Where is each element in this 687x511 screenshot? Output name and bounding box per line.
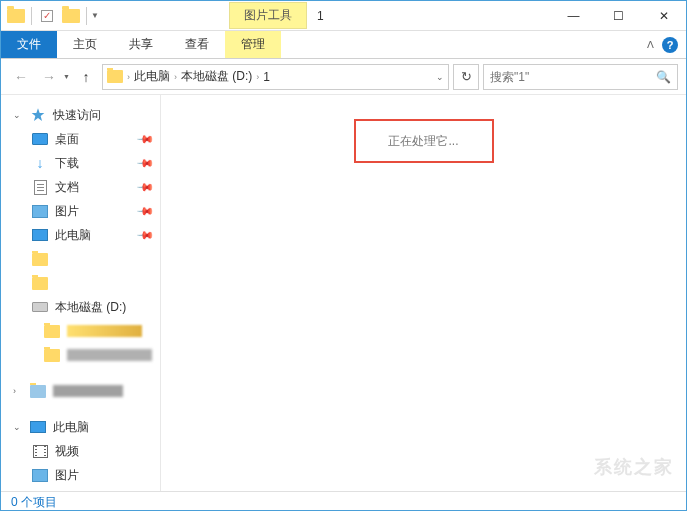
sidebar-item-local-disk[interactable]: 本地磁盘 (D:) <box>1 295 160 319</box>
sidebar-item-folder[interactable] <box>1 271 160 295</box>
sidebar-item-downloads[interactable]: ↓ 下载 📌 <box>1 151 160 175</box>
properties-checkbox-icon[interactable]: ✓ <box>36 5 58 27</box>
context-tab-label: 图片工具 <box>229 2 307 29</box>
picture-icon <box>31 203 49 219</box>
tab-view[interactable]: 查看 <box>169 31 225 58</box>
titlebar: ✓ ▼ 图片工具 1 — ☐ ✕ <box>1 1 686 31</box>
document-icon <box>31 179 49 195</box>
tree-label: 视频 <box>55 443 79 460</box>
processing-text: 正在处理它... <box>388 133 458 150</box>
pc-icon <box>29 419 47 435</box>
folder-icon <box>31 275 49 291</box>
sidebar-item-folder[interactable] <box>1 319 160 343</box>
folder-icon <box>43 347 61 363</box>
tree-label: 文档 <box>55 179 79 196</box>
chevron-right-icon[interactable]: › <box>127 72 130 82</box>
refresh-button[interactable]: ↻ <box>453 64 479 90</box>
help-icon[interactable]: ? <box>662 37 678 53</box>
quick-access-toolbar: ✓ ▼ <box>1 5 99 27</box>
breadcrumb-segment[interactable]: 1 <box>263 70 270 84</box>
address-dropdown-icon[interactable]: ⌄ <box>436 72 444 82</box>
status-bar: 0 个项目 <box>1 491 686 511</box>
star-icon <box>29 107 47 123</box>
maximize-button[interactable]: ☐ <box>596 1 641 30</box>
tree-label: 此电脑 <box>53 419 89 436</box>
watermark: 系统之家 <box>594 455 674 479</box>
expand-icon[interactable]: › <box>13 386 23 396</box>
folder-icon <box>31 251 49 267</box>
chevron-right-icon[interactable]: › <box>256 72 259 82</box>
chevron-right-icon[interactable]: › <box>174 72 177 82</box>
search-input[interactable] <box>490 70 656 84</box>
processing-message: 正在处理它... <box>354 119 494 163</box>
download-icon: ↓ <box>31 155 49 171</box>
breadcrumb-segment[interactable]: 此电脑 <box>134 68 170 85</box>
breadcrumb-segment[interactable]: 本地磁盘 (D:) <box>181 68 252 85</box>
search-box[interactable]: 🔍 <box>483 64 678 90</box>
sidebar-item-blurred[interactable]: › <box>1 379 160 403</box>
search-icon[interactable]: 🔍 <box>656 70 671 84</box>
sidebar-item-documents[interactable]: 文档 <box>1 487 160 491</box>
sidebar-item-documents[interactable]: 文档 📌 <box>1 175 160 199</box>
tab-share[interactable]: 共享 <box>113 31 169 58</box>
sidebar-item-videos[interactable]: 视频 <box>1 439 160 463</box>
pin-icon: 📌 <box>135 201 154 220</box>
folder-icon <box>107 70 123 83</box>
minimize-button[interactable]: — <box>551 1 596 30</box>
tab-manage[interactable]: 管理 <box>225 31 281 58</box>
expand-icon[interactable]: ⌄ <box>13 110 23 120</box>
sidebar-item-folder[interactable] <box>1 247 160 271</box>
ribbon-tabs: 文件 主页 共享 查看 管理 ᐱ ? <box>1 31 686 59</box>
pin-icon: 📌 <box>135 225 154 244</box>
sidebar-item-desktop[interactable]: 桌面 📌 <box>1 127 160 151</box>
video-icon <box>31 443 49 459</box>
window-title: 1 <box>317 9 324 23</box>
navigation-pane[interactable]: ⌄ 快速访问 桌面 📌 ↓ 下载 📌 文档 📌 图片 📌 此电脑 📌 <box>1 95 161 491</box>
tree-label: 快速访问 <box>53 107 101 124</box>
pin-icon: 📌 <box>135 129 154 148</box>
window-controls: — ☐ ✕ <box>551 1 686 30</box>
sidebar-item-quick-access[interactable]: ⌄ 快速访问 <box>1 103 160 127</box>
tree-label: 下载 <box>55 155 79 172</box>
blurred-label <box>53 385 123 397</box>
pin-icon: 📌 <box>135 153 154 172</box>
tree-label: 本地磁盘 (D:) <box>55 299 126 316</box>
tree-label: 图片 <box>55 203 79 220</box>
folder-icon <box>43 323 61 339</box>
blurred-label <box>67 349 152 361</box>
sidebar-item-pictures[interactable]: 图片 📌 <box>1 199 160 223</box>
item-count: 0 个项目 <box>11 494 57 511</box>
history-dropdown-icon[interactable]: ▼ <box>63 73 70 80</box>
picture-icon <box>31 467 49 483</box>
new-folder-icon[interactable] <box>60 5 82 27</box>
tab-file[interactable]: 文件 <box>1 31 57 58</box>
sidebar-item-folder[interactable] <box>1 343 160 367</box>
back-button[interactable]: ← <box>9 65 33 89</box>
navigation-bar: ← → ▼ ↑ › 此电脑 › 本地磁盘 (D:) › 1 ⌄ ↻ 🔍 <box>1 59 686 95</box>
tree-label: 桌面 <box>55 131 79 148</box>
sidebar-item-pictures[interactable]: 图片 <box>1 463 160 487</box>
expand-icon[interactable]: ⌄ <box>13 422 23 432</box>
pin-icon: 📌 <box>135 177 154 196</box>
main-area: ⌄ 快速访问 桌面 📌 ↓ 下载 📌 文档 📌 图片 📌 此电脑 📌 <box>1 95 686 491</box>
drive-icon <box>31 299 49 315</box>
tab-home[interactable]: 主页 <box>57 31 113 58</box>
content-pane[interactable]: 正在处理它... 系统之家 <box>161 95 686 491</box>
tree-label: 图片 <box>55 467 79 484</box>
address-bar[interactable]: › 此电脑 › 本地磁盘 (D:) › 1 ⌄ <box>102 64 449 90</box>
folder-icon <box>29 383 47 399</box>
close-button[interactable]: ✕ <box>641 1 686 30</box>
tree-label: 文档 <box>55 491 79 492</box>
sidebar-item-this-pc[interactable]: ⌄ 此电脑 <box>1 415 160 439</box>
pc-icon <box>31 227 49 243</box>
desktop-icon <box>31 131 49 147</box>
ribbon-collapse-icon[interactable]: ᐱ <box>647 39 654 50</box>
folder-icon[interactable] <box>5 5 27 27</box>
sidebar-item-this-pc[interactable]: 此电脑 📌 <box>1 223 160 247</box>
up-button[interactable]: ↑ <box>74 65 98 89</box>
forward-button[interactable]: → <box>37 65 61 89</box>
tree-label: 此电脑 <box>55 227 91 244</box>
blurred-label <box>67 325 142 337</box>
qat-dropdown-icon[interactable]: ▼ <box>91 11 99 20</box>
